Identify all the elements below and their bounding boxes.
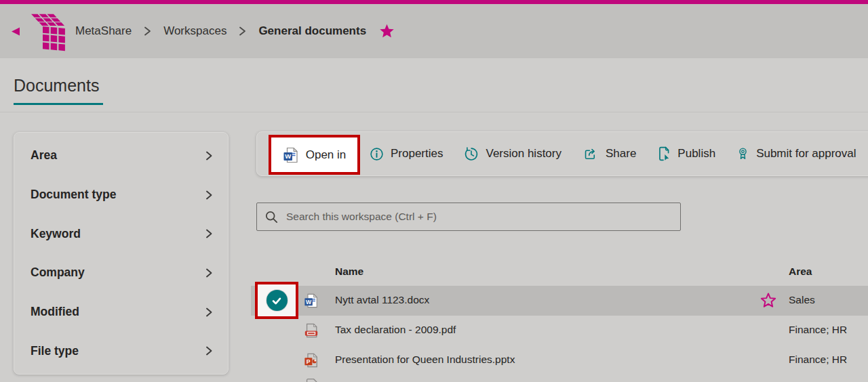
breadcrumb: MetaShare Workspaces General documents bbox=[75, 24, 395, 39]
sidebar-item-file-type[interactable]: File type bbox=[14, 331, 228, 370]
document-name[interactable]: Nytt avtal 1123.docx bbox=[335, 294, 429, 306]
table-row[interactable]: Tax declaration - 2009.pdf Finance; HR bbox=[251, 316, 868, 345]
chevron-right-icon bbox=[205, 150, 213, 161]
toolbar-items: Properties Version history Share Publish… bbox=[370, 131, 856, 176]
version-history-button[interactable]: Version history bbox=[464, 147, 561, 161]
open-in-button[interactable]: W Open in bbox=[283, 147, 347, 163]
svg-text:W: W bbox=[285, 152, 291, 160]
word-file-icon: W bbox=[283, 147, 299, 163]
tab-strip: Documents bbox=[0, 58, 868, 112]
favorite-star-icon[interactable] bbox=[379, 24, 395, 39]
chevron-right-icon bbox=[205, 228, 213, 239]
submit-for-approval-button[interactable]: Submit for approval bbox=[736, 146, 856, 161]
annotation-box-selected-checkbox bbox=[255, 282, 298, 319]
chevron-right-icon bbox=[205, 268, 213, 278]
column-header-name[interactable]: Name bbox=[335, 266, 363, 278]
powerpoint-file-icon: P bbox=[304, 353, 319, 368]
document-area: Finance; HR bbox=[789, 324, 847, 336]
share-icon bbox=[583, 147, 599, 161]
search-input[interactable] bbox=[286, 203, 680, 230]
sidebar-item-company[interactable]: Company bbox=[14, 253, 228, 293]
app-header: MetaShare Workspaces General documents bbox=[0, 4, 868, 58]
history-clock-icon bbox=[464, 147, 479, 161]
document-name[interactable]: Tax declaration - 2009.pdf bbox=[335, 324, 456, 336]
tab-active-underline bbox=[14, 103, 103, 105]
chevron-right-icon bbox=[205, 345, 213, 356]
svg-text:W: W bbox=[306, 299, 312, 305]
publish-button[interactable]: Publish bbox=[657, 146, 715, 161]
ribbon-badge-icon bbox=[736, 146, 749, 161]
properties-button[interactable]: Properties bbox=[370, 147, 443, 161]
document-area: Sales bbox=[789, 294, 815, 306]
table-row[interactable]: W Nytt avtal 1123.docx Sales bbox=[251, 286, 868, 316]
sidebar-item-keyword[interactable]: Keyword bbox=[14, 214, 228, 253]
annotation-box-open-in: W Open in bbox=[269, 135, 360, 175]
svg-text:P: P bbox=[307, 358, 311, 365]
publish-document-icon bbox=[657, 146, 671, 161]
sidebar-item-document-type[interactable]: Document type bbox=[14, 175, 228, 215]
info-icon bbox=[370, 147, 384, 161]
chevron-right-icon bbox=[205, 190, 213, 200]
tab-documents[interactable]: Documents bbox=[14, 76, 99, 96]
chevron-right-icon bbox=[205, 307, 213, 318]
breadcrumb-general-documents[interactable]: General documents bbox=[258, 24, 366, 38]
table-row[interactable]: P Presentation for Queen Industries.pptx… bbox=[251, 345, 868, 375]
document-name[interactable]: Presentation for Queen Industries.pptx bbox=[335, 354, 515, 366]
search-icon bbox=[264, 210, 279, 224]
column-header-area[interactable]: Area bbox=[789, 266, 812, 278]
row-favorite-star-icon[interactable] bbox=[760, 293, 776, 308]
breadcrumb-workspaces[interactable]: Workspaces bbox=[163, 24, 226, 38]
workspace-search-box bbox=[256, 203, 681, 231]
back-arrow-icon[interactable] bbox=[9, 26, 21, 37]
sidebar-item-area[interactable]: Area bbox=[14, 136, 228, 175]
filter-sidebar: Area Document type Keyword Company Modif… bbox=[14, 132, 229, 375]
metashare-logo-icon[interactable] bbox=[26, 10, 67, 52]
word-file-icon: W bbox=[304, 293, 319, 308]
row-selected-checkbox[interactable] bbox=[267, 290, 288, 311]
chevron-right-icon bbox=[143, 25, 152, 37]
sidebar-item-modified[interactable]: Modified bbox=[14, 293, 228, 332]
share-button[interactable]: Share bbox=[583, 147, 636, 161]
breadcrumb-metashare[interactable]: MetaShare bbox=[75, 24, 132, 38]
partial-file-icon bbox=[304, 378, 319, 382]
open-in-label: Open in bbox=[306, 148, 347, 162]
pdf-file-icon bbox=[304, 323, 319, 338]
document-area: Finance; HR bbox=[789, 354, 847, 366]
chevron-right-icon bbox=[238, 25, 247, 37]
